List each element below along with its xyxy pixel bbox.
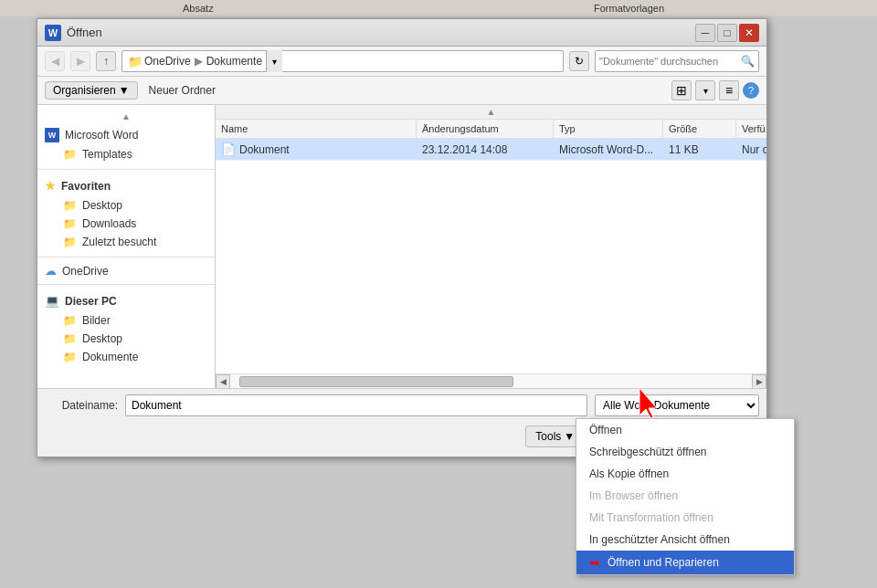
menu-item-repair[interactable]: ➡ Öffnen und Reparieren <box>576 551 794 574</box>
sidebar-item-onedrive[interactable]: ☁ OneDrive <box>37 261 215 280</box>
refresh-button[interactable]: ↻ <box>569 51 589 71</box>
up-button[interactable]: ↑ <box>96 51 116 71</box>
sidebar-item-microsoft-word[interactable]: W Microsoft Word <box>37 125 215 145</box>
file-size-cell: 11 KB <box>663 140 736 160</box>
path-segment-onedrive[interactable]: 📁 OneDrive <box>128 55 191 68</box>
sidebar-favorites-header: ★ Favoriten <box>37 175 215 196</box>
dialog-title: Öffnen <box>67 26 102 39</box>
sidebar-item-desktop[interactable]: 📁 Desktop <box>37 196 215 215</box>
action-right: ⊞ ▾ ≡ ? <box>671 80 759 100</box>
images-folder-icon: 📁 <box>63 314 77 327</box>
action-bar: Organisieren ▼ Neuer Ordner ⊞ ▾ ≡ ? <box>37 77 766 105</box>
main-content: ▲ W Microsoft Word 📁 Templates ★ Favorit… <box>37 105 766 388</box>
menu-item-protected[interactable]: In geschützter Ansicht öffnen <box>576 529 794 551</box>
new-folder-button[interactable]: Neuer Ordner <box>145 82 219 99</box>
tools-label: Tools <box>535 430 561 443</box>
menu-item-readonly[interactable]: Schreibgeschützt öffnen <box>576 441 794 463</box>
sidebar-item-images[interactable]: 📁 Bilder <box>37 311 215 330</box>
menu-item-copy-label: Als Kopie öffnen <box>589 467 669 480</box>
path-bar[interactable]: 📁 OneDrive ▶ Dokumente ▾ <box>122 50 564 72</box>
thispc-icon: 💻 <box>45 294 59 308</box>
images-label: Bilder <box>82 314 111 327</box>
forward-button[interactable]: ▶ <box>70 51 90 71</box>
column-header-date[interactable]: Änderungsdatum <box>417 120 554 138</box>
sidebar-section-word: W Microsoft Word 📁 Templates <box>37 123 215 165</box>
tools-arrow-icon: ▼ <box>564 430 575 443</box>
word-small-icon: W <box>45 128 59 142</box>
recent-label: Zuletzt besucht <box>82 236 156 248</box>
scroll-thumb[interactable] <box>239 376 513 387</box>
scroll-left-button[interactable]: ◀ <box>216 374 230 389</box>
maximize-button[interactable]: □ <box>717 24 737 42</box>
path-dropdown-arrow[interactable]: ▾ <box>266 50 282 72</box>
search-input[interactable] <box>599 56 737 67</box>
file-word-icon: 📄 <box>221 142 236 156</box>
sidebar-item-desktop2[interactable]: 📁 Desktop <box>37 330 215 348</box>
filename-label: Dateiname: <box>45 399 118 412</box>
title-controls: ─ □ ✕ <box>695 24 759 42</box>
file-name: Dokument <box>239 143 290 156</box>
downloads-label: Downloads <box>82 217 136 230</box>
view-button[interactable]: ⊞ <box>671 80 692 100</box>
desktop-label: Desktop <box>82 199 122 212</box>
absatz-label: Absatz <box>183 3 214 14</box>
sidebar-item-documents[interactable]: 📁 Dokumente <box>37 348 215 366</box>
toolbar: ◀ ▶ ↑ 📁 OneDrive ▶ Dokumente ▾ ↻ 🔍 <box>37 47 766 77</box>
path-separator-1: ▶ <box>195 55 203 68</box>
open-dialog: W Öffnen ─ □ ✕ ◀ ▶ ↑ 📁 OneDrive ▶ Dokume… <box>37 18 767 457</box>
menu-item-copy[interactable]: Als Kopie öffnen <box>576 463 794 485</box>
table-row[interactable]: 📄 Dokument 23.12.2014 14:08 Microsoft Wo… <box>216 139 766 161</box>
favorites-star-icon: ★ <box>45 179 56 193</box>
menu-item-open[interactable]: Öffnen <box>576 419 794 441</box>
path-segment-dokumente[interactable]: Dokumente <box>206 55 262 68</box>
documents-label: Dokumente <box>82 351 138 363</box>
file-list-header: Name Änderungsdatum Typ Größe Verfü... <box>216 120 766 139</box>
filename-input[interactable] <box>125 394 587 416</box>
desktop-folder-icon: 📁 <box>63 199 77 212</box>
menu-item-browser: Im Browser öffnen <box>576 485 794 507</box>
file-type-cell: Microsoft Word-D... <box>554 140 663 160</box>
desktop2-folder-icon: 📁 <box>63 332 77 345</box>
downloads-folder-icon: 📁 <box>63 217 77 230</box>
view-arrow-button[interactable]: ▾ <box>695 80 715 100</box>
sidebar-divider-3 <box>37 284 215 285</box>
scroll-right-button[interactable]: ▶ <box>752 374 766 389</box>
column-header-size[interactable]: Größe <box>663 120 736 138</box>
search-icon: 🔍 <box>741 55 755 68</box>
column-header-type[interactable]: Typ <box>554 120 663 138</box>
horizontal-scrollbar[interactable]: ◀ ▶ <box>216 373 766 388</box>
file-avail-cell: Nur o... <box>736 140 766 160</box>
formatvorlagen-label: Formatvorlagen <box>594 3 664 14</box>
onedrive-label: OneDrive <box>62 265 109 278</box>
menu-item-transform-label: Mit Transformation öffnen <box>589 511 713 524</box>
organize-button[interactable]: Organisieren ▼ <box>45 81 138 100</box>
word-icon: W <box>45 25 61 41</box>
filelist-scroll-up[interactable]: ▲ <box>216 105 766 120</box>
sidebar-item-recent[interactable]: 📁 Zuletzt besucht <box>37 233 215 251</box>
column-header-avail[interactable]: Verfü... <box>736 120 766 138</box>
repair-arrow-icon: ➡ <box>589 555 600 570</box>
column-header-name[interactable]: Name <box>216 120 417 138</box>
scroll-track[interactable] <box>230 374 752 389</box>
file-date-cell: 23.12.2014 14:08 <box>417 140 554 160</box>
search-bar[interactable]: 🔍 <box>595 50 759 72</box>
recent-folder-icon: 📁 <box>63 236 77 248</box>
close-button[interactable]: ✕ <box>739 24 759 42</box>
onedrive-icon: ☁ <box>45 264 57 278</box>
sidebar-divider-2 <box>37 257 215 257</box>
sidebar-item-downloads[interactable]: 📁 Downloads <box>37 215 215 233</box>
details-view-button[interactable]: ≡ <box>719 80 739 100</box>
menu-item-browser-label: Im Browser öffnen <box>589 489 678 502</box>
menu-item-protected-label: In geschützter Ansicht öffnen <box>589 533 730 546</box>
help-button[interactable]: ? <box>743 82 759 99</box>
filetype-select[interactable]: Alle Word-Dokumente Alle Dateien <box>595 394 759 416</box>
top-bar: Absatz Formatvorlagen <box>0 0 877 16</box>
back-button[interactable]: ◀ <box>45 51 65 71</box>
organize-arrow-icon: ▼ <box>119 84 130 97</box>
sidebar-scroll-up[interactable]: ▲ <box>37 109 215 123</box>
filename-row: Dateiname: Alle Word-Dokumente Alle Date… <box>45 394 759 416</box>
menu-item-readonly-label: Schreibgeschützt öffnen <box>589 446 707 458</box>
minimize-button[interactable]: ─ <box>695 24 715 42</box>
sidebar-item-templates[interactable]: 📁 Templates <box>37 145 215 163</box>
sidebar: ▲ W Microsoft Word 📁 Templates ★ Favorit… <box>37 105 216 388</box>
